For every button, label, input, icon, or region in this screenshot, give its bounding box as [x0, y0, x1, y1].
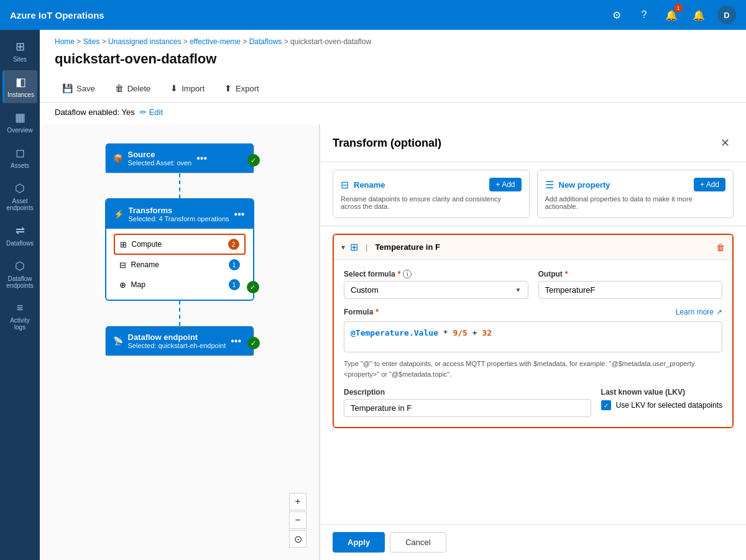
- rename-icon: ⊟: [119, 260, 126, 270]
- formula-hint: Type "@" to enter datapoints, or access …: [344, 359, 722, 379]
- transforms-node[interactable]: ⚡ Transforms Selected: 4 Transform opera…: [105, 198, 254, 301]
- transform-item-compute[interactable]: ⊞ Compute 2: [114, 234, 246, 255]
- top-navigation: Azure IoT Operations ⚙ ? 🔔 1 🔔 D: [0, 0, 746, 30]
- alerts-icon[interactable]: 🔔: [690, 6, 707, 24]
- breadcrumb-home[interactable]: Home: [55, 37, 75, 46]
- formula-part-operator2: +: [467, 328, 482, 337]
- rename-badge: 1: [229, 259, 240, 270]
- source-node-sub: Selected Asset: oven: [128, 159, 192, 167]
- sidebar-item-dataflow-endpoints[interactable]: ⬡ Dataflow endpoints: [2, 254, 37, 294]
- apply-button[interactable]: Apply: [333, 532, 385, 553]
- compute-section-header: ▾ ⊞ | Temperature in F 🗑: [334, 235, 732, 260]
- save-label: Save: [76, 84, 95, 93]
- breadcrumb-sep2: >: [102, 37, 108, 46]
- transform-item-rename[interactable]: ⊟ Rename 1: [114, 255, 246, 275]
- output-required: *: [565, 270, 568, 278]
- import-button[interactable]: ⬇ Import: [163, 80, 212, 97]
- zoom-out-button[interactable]: −: [289, 512, 306, 529]
- breadcrumb-dataflows[interactable]: Dataflows: [249, 37, 282, 46]
- formula-input[interactable]: @Temperature.Value * 9/5 + 32: [344, 321, 722, 352]
- cancel-button[interactable]: Cancel: [390, 532, 446, 553]
- select-formula-required: *: [398, 270, 401, 278]
- formula-part-number: 32: [482, 328, 492, 337]
- breadcrumb-instance[interactable]: effective-meme: [190, 37, 241, 46]
- endpoint-check-icon: ✓: [247, 337, 260, 349]
- settings-icon[interactable]: ⚙: [608, 6, 625, 24]
- notifications-icon[interactable]: 🔔 1: [663, 6, 680, 24]
- source-node-header: 📦 Source Selected Asset: oven •••: [106, 144, 254, 173]
- import-icon: ⬇: [170, 83, 178, 93]
- edit-link[interactable]: ✏ Edit: [140, 108, 163, 117]
- endpoint-menu-icon[interactable]: •••: [231, 336, 241, 347]
- breadcrumb-unassigned[interactable]: Unassigned instances: [108, 37, 181, 46]
- instances-icon: ◧: [16, 75, 26, 89]
- save-icon: 💾: [62, 83, 73, 93]
- transforms-sub: Selected: 4 Transform operations: [129, 215, 229, 223]
- formula-part-fraction: 9/5: [453, 328, 467, 337]
- compute-separator: |: [366, 242, 367, 252]
- select-formula-info-icon[interactable]: i: [403, 270, 412, 278]
- new-property-card: ☰ New property + Add Add additional prop…: [537, 170, 734, 218]
- select-formula-dropdown[interactable]: Custom ▼: [344, 281, 528, 299]
- description-input[interactable]: [344, 399, 591, 417]
- export-label: Export: [236, 84, 259, 93]
- compute-delete-button[interactable]: 🗑: [716, 242, 725, 252]
- map-label: Map: [131, 280, 224, 289]
- panel-close-button[interactable]: ✕: [716, 134, 734, 152]
- compute-chevron[interactable]: ▾: [341, 243, 345, 252]
- main-content: Home > Sites > Unassigned instances > ef…: [40, 30, 746, 560]
- breadcrumb-sep3: >: [183, 37, 190, 46]
- connector-1: [179, 173, 180, 198]
- edit-icon: ✏: [140, 108, 147, 117]
- sidebar-item-assets[interactable]: ◻ Assets: [2, 141, 37, 174]
- transforms-label: Transforms: [129, 206, 229, 215]
- breadcrumb-sites[interactable]: Sites: [83, 37, 100, 46]
- learn-more-link[interactable]: Learn more ↗: [676, 308, 722, 316]
- dataflow-endpoints-icon: ⬡: [15, 259, 25, 273]
- formula-output-row: Select formula * i Custom ▼: [344, 270, 722, 299]
- delete-icon: 🗑: [115, 83, 124, 93]
- lkv-checkbox[interactable]: ✓: [601, 400, 611, 410]
- lkv-checkbox-row[interactable]: ✓ Use LKV for selected datapoints: [601, 400, 722, 410]
- description-group: Description: [344, 388, 591, 417]
- breadcrumb-sep4: >: [242, 37, 249, 46]
- output-input[interactable]: [538, 281, 723, 299]
- new-property-add-button[interactable]: + Add: [694, 178, 725, 191]
- sidebar-item-instances[interactable]: ◧ Instances: [2, 70, 37, 103]
- export-button[interactable]: ⬆ Export: [217, 80, 267, 97]
- endpoint-node[interactable]: 📡 Dataflow endpoint Selected: quickstart…: [105, 326, 254, 356]
- select-formula-label: Select formula * i: [344, 270, 528, 278]
- transforms-menu-icon[interactable]: •••: [234, 209, 245, 220]
- delete-button[interactable]: 🗑 Delete: [108, 80, 159, 97]
- compute-icon: ⊞: [120, 240, 127, 249]
- zoom-fit-button[interactable]: ⊙: [289, 530, 306, 548]
- app-title: Azure IoT Operations: [10, 10, 104, 21]
- source-menu-icon[interactable]: •••: [196, 153, 207, 164]
- transform-item-map[interactable]: ⊕ Map 1: [114, 275, 246, 295]
- save-button[interactable]: 💾 Save: [55, 80, 103, 97]
- activity-logs-icon: ≡: [17, 301, 24, 314]
- description-label: Description: [344, 388, 591, 397]
- avatar[interactable]: D: [717, 6, 736, 24]
- delete-label: Delete: [127, 84, 151, 93]
- source-node[interactable]: 📦 Source Selected Asset: oven ••• ✓: [105, 143, 254, 173]
- sidebar-label-activity-logs: Activity logs: [5, 317, 35, 331]
- rename-add-button[interactable]: + Add: [489, 178, 521, 191]
- sidebar-item-sites[interactable]: ⊞ Sites: [2, 35, 37, 68]
- transforms-check-icon: ✓: [247, 281, 259, 293]
- zoom-in-button[interactable]: +: [289, 493, 306, 510]
- sidebar-item-asset-endpoints[interactable]: ⬡ Asset endpoints: [2, 177, 37, 216]
- help-icon[interactable]: ?: [635, 6, 653, 24]
- transforms-body: ⊞ Compute 2 ⊟ Rename 1 ⊕ Map: [106, 229, 253, 300]
- breadcrumb-sep1: >: [76, 37, 83, 46]
- map-icon: ⊕: [119, 280, 126, 290]
- source-node-label: Source: [128, 150, 192, 159]
- sidebar-item-dataflows[interactable]: ⇌ Dataflows: [2, 219, 37, 252]
- sidebar-item-overview[interactable]: ▦ Overview: [2, 106, 37, 139]
- sidebar-item-activity-logs[interactable]: ≡ Activity logs: [2, 296, 37, 336]
- overview-icon: ▦: [15, 111, 25, 124]
- rename-card-title: Rename: [354, 180, 385, 190]
- breadcrumb-current: quickstart-oven-dataflow: [290, 37, 371, 46]
- panel-header: Transform (optional) ✕: [320, 124, 746, 162]
- compute-section-icon: ⊞: [350, 241, 358, 253]
